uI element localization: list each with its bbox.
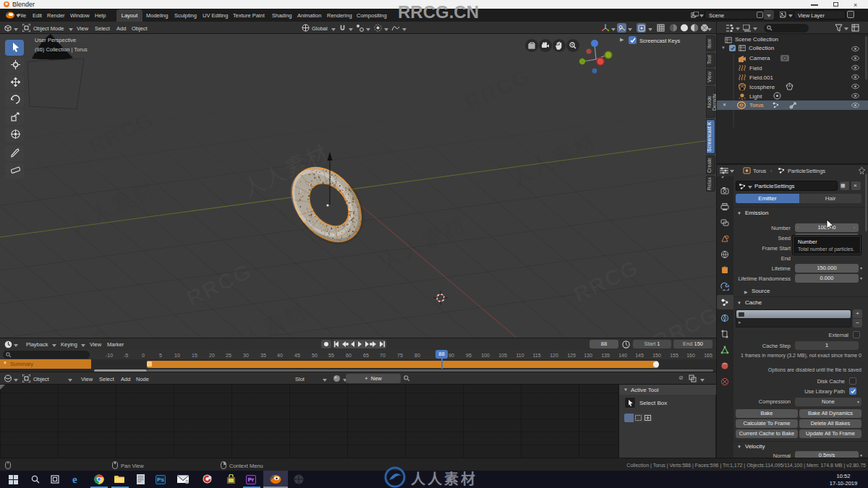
svg-text:1: 1 bbox=[186, 479, 188, 484]
